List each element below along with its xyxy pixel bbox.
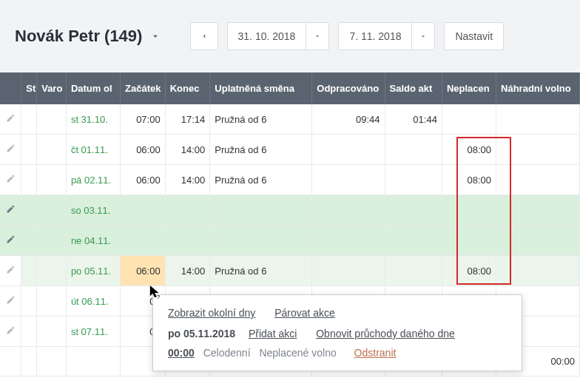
date-cell[interactable]: st 31.10. [67, 104, 121, 135]
saldo-cell [385, 135, 442, 165]
table-row: po 05.11. 06:00 14:00 Pružná od 6 08:00 [0, 256, 580, 286]
date-to-input[interactable]: 7. 11. 2018 [338, 22, 411, 50]
begin-cell[interactable]: 07:00 [121, 104, 166, 135]
edit-cell[interactable] [0, 195, 21, 226]
date-label: pá 02.11. [71, 175, 111, 186]
worked-cell [312, 226, 385, 256]
shift-cell [210, 195, 312, 226]
pencil-icon [6, 325, 16, 335]
pencil-icon [6, 265, 16, 274]
nepl-cell: 08:00 [442, 165, 496, 195]
end-cell[interactable]: 14:00 [166, 165, 211, 195]
status-cell [21, 104, 37, 135]
edit-cell[interactable] [0, 104, 21, 135]
date-cell[interactable]: st 07.11. [67, 317, 121, 347]
end-cell[interactable]: 14:00 [166, 135, 211, 165]
person-selector[interactable]: Novák Petr (149) [15, 27, 161, 46]
popup-show-days[interactable]: Zobrazit okolní dny [168, 307, 255, 319]
status-cell [21, 195, 37, 226]
begin-cell[interactable]: 06:00 [121, 165, 166, 195]
popup-refresh[interactable]: Obnovit průchody daného dne [316, 328, 455, 339]
col-edit [0, 72, 21, 104]
pencil-icon [6, 143, 16, 153]
end-cell[interactable]: 17:14 [166, 104, 211, 135]
end-cell[interactable] [166, 226, 211, 256]
nah-cell [496, 165, 580, 195]
begin-cell[interactable] [121, 226, 166, 256]
col-saldo[interactable]: Saldo akt [385, 72, 442, 104]
date-label: čt 01.11. [71, 144, 108, 155]
end-cell[interactable]: 14:00 [166, 256, 211, 286]
edit-cell[interactable] [0, 135, 21, 165]
var-cell [37, 317, 67, 347]
nah-cell [496, 226, 580, 256]
col-nah[interactable]: Náhradní volno [496, 72, 580, 104]
col-shift[interactable]: Uplatněná směna [210, 72, 312, 104]
col-begin[interactable]: Začátek [121, 72, 166, 104]
saldo-cell [385, 226, 442, 256]
edit-cell[interactable] [0, 226, 21, 256]
date-from-dropdown[interactable] [306, 22, 329, 50]
saldo-cell [385, 165, 442, 195]
date-cell[interactable]: po 05.11. [67, 256, 121, 286]
edit-cell[interactable] [0, 317, 21, 347]
saldo-cell [385, 256, 442, 286]
context-popup: Zobrazit okolní dny Párovat akce po 05.1… [152, 294, 522, 371]
date-label: st 07.11. [71, 326, 108, 337]
pencil-icon [6, 234, 16, 244]
date-label: út 06.11. [71, 296, 109, 307]
date-cell[interactable]: pá 02.11. [67, 165, 121, 195]
table-row: so 03.11. [0, 195, 580, 226]
var-cell [37, 195, 67, 226]
date-cell[interactable]: út 06.11. [67, 286, 121, 317]
begin-cell[interactable]: 06:00 [121, 135, 166, 165]
popup-time[interactable]: 00:00 [168, 347, 195, 359]
col-end[interactable]: Konec [166, 72, 211, 104]
begin-cell[interactable]: 06:00 [121, 256, 166, 286]
nepl-cell [442, 195, 496, 226]
var-cell [37, 135, 67, 165]
popup-pair[interactable]: Párovat akce [274, 307, 335, 319]
worked-cell [312, 165, 385, 195]
col-nepl[interactable]: Neplacen [442, 72, 496, 104]
col-status[interactable]: St [21, 72, 37, 104]
status-cell [21, 256, 37, 286]
nah-cell [496, 135, 580, 165]
popup-date: po 05.11.2018 [168, 328, 235, 339]
chevron-left-icon [200, 31, 208, 41]
worked-cell: 09:44 [312, 104, 385, 135]
shift-cell: Pružná od 6 [210, 256, 312, 286]
end-cell[interactable] [166, 195, 211, 226]
nepl-cell: 08:00 [442, 256, 496, 286]
set-button[interactable]: Nastavit [444, 22, 504, 50]
begin-cell[interactable] [121, 195, 166, 226]
table-row: čt 01.11. 06:00 14:00 Pružná od 6 08:00 [0, 135, 580, 165]
col-var[interactable]: Varo [37, 72, 67, 104]
pencil-icon [6, 204, 16, 214]
date-to-dropdown[interactable] [411, 22, 435, 50]
date-label: po 05.11. [71, 266, 111, 277]
pencil-icon [6, 174, 16, 183]
edit-cell[interactable] [0, 256, 21, 286]
chevron-down-icon [150, 31, 161, 41]
person-name-label: Novák Petr (149) [15, 27, 142, 45]
shift-cell [210, 226, 312, 256]
status-cell [21, 317, 37, 347]
date-cell[interactable]: so 03.11. [67, 195, 121, 226]
popup-unpaid: Neplacené volno [259, 347, 336, 359]
saldo-cell: 01:44 [385, 104, 442, 135]
edit-cell[interactable] [0, 165, 21, 195]
edit-cell[interactable] [0, 286, 21, 317]
popup-add[interactable]: Přidat akci [249, 328, 297, 339]
nepl-cell [442, 104, 496, 135]
date-cell[interactable]: ne 04.11. [67, 226, 121, 256]
table-row: pá 02.11. 06:00 14:00 Pružná od 6 08:00 [0, 165, 580, 195]
popup-remove[interactable]: Odstranit [354, 347, 397, 359]
date-label: st 31.10. [71, 114, 108, 125]
date-from-input[interactable]: 31. 10. 2018 [227, 22, 306, 50]
prev-button[interactable] [190, 22, 218, 50]
nah-cell [496, 195, 580, 226]
date-cell[interactable]: čt 01.11. [67, 135, 121, 165]
col-date[interactable]: Datum ol [67, 72, 121, 104]
col-worked[interactable]: Odpracováno [312, 72, 385, 104]
